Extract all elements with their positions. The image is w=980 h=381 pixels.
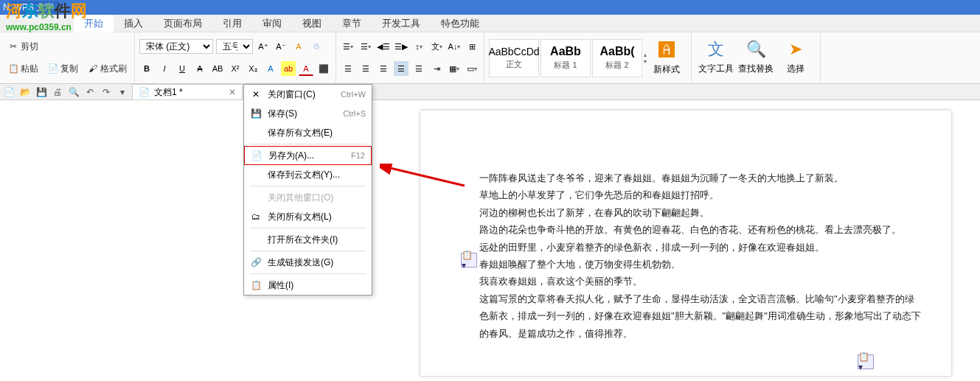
- cut-button[interactable]: ✂剪切: [4, 39, 41, 55]
- format-painter-button[interactable]: 🖌格式刷: [84, 61, 130, 77]
- menu-item[interactable]: 保存所有文档(E): [244, 123, 372, 142]
- char-shading-button[interactable]: ⬛: [316, 61, 331, 76]
- menu-item[interactable]: 📄另存为(A)...F12: [244, 146, 372, 165]
- cursor-icon: ➤: [785, 39, 806, 60]
- qa-new-icon[interactable]: 📄: [3, 86, 15, 98]
- menu-item[interactable]: ✕关闭窗口(C)Ctrl+W: [244, 85, 372, 104]
- qa-preview-icon[interactable]: 🔍: [68, 86, 80, 98]
- line-spacing-button[interactable]: ↕▾: [411, 39, 426, 54]
- ribbon: ✂剪切 📋粘贴 📄复制 🖌格式刷 宋体 (正文) 五号 A⁺ A⁻ A ♲ B …: [0, 32, 980, 84]
- paragraph[interactable]: 春姐姐唤醒了整个大地，使万物变得生机勃勃。: [479, 256, 922, 273]
- qa-more-icon[interactable]: ▾: [117, 86, 128, 98]
- paragraph[interactable]: 河边的柳树也长出了新芽，在春风的吹动下翩翩起舞。: [479, 204, 922, 221]
- font-group: 宋体 (正文) 五号 A⁺ A⁻ A ♲ B I U A AB X² X₂ A …: [135, 32, 336, 83]
- show-marks-button[interactable]: ⊞: [465, 39, 479, 54]
- italic-button[interactable]: I: [157, 61, 172, 76]
- align-left-button[interactable]: ☰: [341, 61, 355, 76]
- menu-item-label: 打开所在文件夹(I): [268, 234, 360, 246]
- numbering-button[interactable]: ☰▾: [358, 39, 373, 54]
- align-center-button[interactable]: ☰: [358, 61, 373, 76]
- app-dropdown-icon[interactable]: ▼: [61, 4, 67, 11]
- menu-item-icon: 🗂: [250, 212, 262, 222]
- bullets-button[interactable]: ☰▾: [341, 39, 355, 54]
- menu-item[interactable]: 📋属性(I): [244, 276, 372, 295]
- distribute-button[interactable]: ☰: [411, 61, 426, 76]
- paragraph[interactable]: 草地上的小草发芽了，它们争先恐后的和春姐姐打招呼。: [479, 186, 922, 203]
- tab-page-layout[interactable]: 页面布局: [153, 15, 212, 32]
- menu-item[interactable]: 💾保存(S)Ctrl+S: [244, 104, 372, 123]
- menu-bar: 开始 插入 页面布局 引用 审阅 视图 章节 开发工具 特色功能: [0, 15, 980, 32]
- underline-button[interactable]: U: [175, 61, 190, 76]
- strikethrough-button[interactable]: AB: [210, 61, 225, 76]
- align-right-button[interactable]: ☰: [376, 61, 391, 76]
- tab-start[interactable]: 开始: [74, 15, 114, 32]
- menu-separator: [250, 273, 366, 274]
- style-heading1[interactable]: AaBb 标题 1: [541, 39, 591, 77]
- close-tab-button[interactable]: ✕: [229, 87, 236, 97]
- tab-dev-tools[interactable]: 开发工具: [372, 15, 431, 32]
- paragraph[interactable]: 远处的田野里，小麦穿着整齐的绿色新衣，排成一列一列的，好像在欢迎春姐姐。: [479, 239, 922, 256]
- clear-format-button[interactable]: ♲: [309, 39, 324, 54]
- text-tools-button[interactable]: 文 文字工具: [696, 35, 736, 78]
- paragraph[interactable]: 一阵阵春风送走了冬爷爷，迎来了春姐姐。春姐姐为沉睡了一冬天的大地换上了新装。: [479, 169, 922, 186]
- grow-font-button[interactable]: A⁺: [256, 39, 271, 54]
- qa-save-icon[interactable]: 💾: [35, 86, 47, 98]
- menu-item[interactable]: 打开所在文件夹(I): [244, 230, 372, 249]
- paste-option-icon-2[interactable]: 📋▾: [858, 354, 874, 369]
- qa-print-icon[interactable]: 🖨: [52, 86, 63, 98]
- tab-chapter[interactable]: 章节: [332, 15, 372, 32]
- menu-separator: [250, 186, 366, 186]
- menu-item-label: 另存为(A)...: [268, 150, 345, 162]
- document-tab[interactable]: 📄 文档1 * ✕: [132, 84, 243, 100]
- menu-item-icon: 💾: [250, 108, 262, 119]
- borders-button[interactable]: ▭▾: [465, 61, 479, 76]
- tab-special[interactable]: 特色功能: [431, 15, 490, 32]
- new-style-button[interactable]: 🅰 新样式: [647, 37, 687, 80]
- menu-item[interactable]: 保存到云文档(Y)...: [244, 165, 372, 184]
- tab-insert[interactable]: 插入: [114, 15, 153, 32]
- tab-settings-button[interactable]: ⇥: [429, 61, 444, 76]
- tab-review[interactable]: 审阅: [252, 15, 292, 32]
- qa-redo-icon[interactable]: ↷: [100, 86, 112, 98]
- find-icon: 🔍: [746, 39, 766, 60]
- menu-separator: [250, 228, 366, 228]
- sort-button[interactable]: A↓▾: [447, 39, 462, 54]
- superscript-button[interactable]: X²: [228, 61, 243, 76]
- style-normal[interactable]: AaBbCcDd 正文: [489, 39, 539, 77]
- menu-item[interactable]: 🔗生成链接发送(G): [244, 253, 372, 272]
- paragraph[interactable]: 我喜欢春姐姐，喜欢这个美丽的季节。: [479, 273, 922, 290]
- font-color-button[interactable]: A: [299, 61, 313, 76]
- text-direction-button[interactable]: 文▾: [429, 39, 444, 54]
- copy-button[interactable]: 📄复制: [44, 61, 81, 77]
- font-name-select[interactable]: 宋体 (正文): [139, 39, 213, 54]
- font-size-select[interactable]: 五号: [216, 39, 253, 54]
- align-justify-button[interactable]: ☰: [394, 61, 409, 76]
- find-replace-button[interactable]: 🔍 查找替换: [736, 35, 776, 78]
- paragraph[interactable]: 这篇写景的文章将春天拟人化，赋予了生命，显得生动活泼，全文语言流畅。比喻句"小麦…: [479, 290, 922, 342]
- paste-button[interactable]: 📋粘贴: [4, 61, 41, 77]
- document-page[interactable]: 一阵阵春风送走了冬爷爷，迎来了春姐姐。春姐姐为沉睡了一冬天的大地换上了新装。草地…: [420, 111, 951, 376]
- select-button[interactable]: ➤ 选择: [776, 35, 816, 78]
- doc-icon: 📄: [139, 87, 150, 97]
- decrease-indent-button[interactable]: ◀☰: [376, 39, 391, 54]
- strike-button[interactable]: A: [192, 61, 207, 76]
- increase-indent-button[interactable]: ☰▶: [394, 39, 409, 54]
- tab-view[interactable]: 视图: [292, 15, 332, 32]
- paste-option-icon[interactable]: 📋▾: [461, 253, 477, 268]
- subscript-button[interactable]: X₂: [246, 61, 260, 76]
- qa-open-icon[interactable]: 📂: [19, 86, 31, 98]
- tab-references[interactable]: 引用: [212, 15, 252, 32]
- menu-item-shortcut: F12: [351, 151, 365, 160]
- menu-separator: [250, 144, 366, 144]
- change-case-button[interactable]: A: [291, 39, 306, 54]
- style-heading2[interactable]: AaBb( 标题 2: [592, 39, 642, 77]
- bold-button[interactable]: B: [139, 61, 154, 76]
- highlight-button[interactable]: ab: [281, 61, 296, 76]
- shading-button[interactable]: ▦▾: [447, 61, 462, 76]
- menu-item[interactable]: 🗂关闭所有文档(L): [244, 207, 372, 226]
- qa-undo-icon[interactable]: ↶: [84, 86, 96, 98]
- annotation-arrow: [380, 164, 468, 193]
- paragraph[interactable]: 路边的花朵也争奇斗艳的开放。有黄色的迎春花、白色的杏花、还有粉色的桃花。看上去漂…: [479, 221, 922, 238]
- shrink-font-button[interactable]: A⁻: [274, 39, 288, 54]
- text-effect-button[interactable]: A: [263, 61, 278, 76]
